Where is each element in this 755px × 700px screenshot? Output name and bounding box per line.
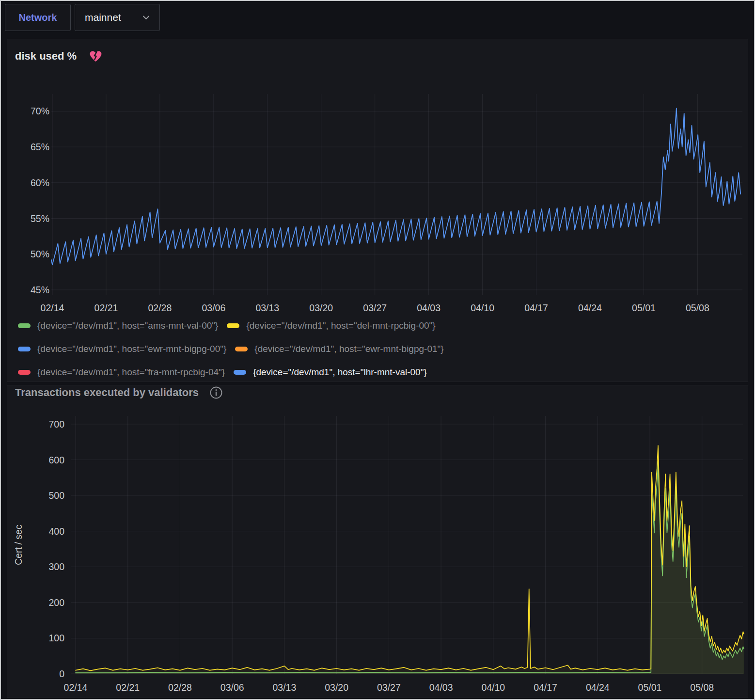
x-tick-label: 03/06 xyxy=(220,682,244,693)
x-tick-label: 03/13 xyxy=(255,302,279,313)
network-label: Network xyxy=(19,12,57,23)
legend-series-swatch xyxy=(235,347,248,351)
x-tick-label: 03/27 xyxy=(377,682,401,693)
legend-series-label: {device="/dev/md1", host="del-mnt-rpcbig… xyxy=(246,320,435,331)
legend-series-swatch xyxy=(18,323,31,328)
y-tick-label: 400 xyxy=(48,526,64,537)
y-tick-label: 0 xyxy=(59,668,64,679)
legend-item[interactable]: {device="/dev/md1", host="ams-mnt-val-00… xyxy=(18,320,218,331)
legend-series-swatch xyxy=(18,370,31,375)
x-tick-label: 03/27 xyxy=(363,302,387,313)
x-tick-label: 05/08 xyxy=(690,682,714,693)
legend-series-swatch xyxy=(234,370,246,375)
x-tick-label: 02/21 xyxy=(116,682,140,693)
series-area-fill xyxy=(76,461,744,674)
x-tick-label: 05/08 xyxy=(686,302,709,313)
x-tick-label: 04/10 xyxy=(471,302,494,313)
x-tick-label: 03/06 xyxy=(202,302,225,313)
network-variable-label[interactable]: Network xyxy=(5,4,71,31)
panel-disk-used: disk used % 45%50%55%60%65%70%02/1402/21… xyxy=(7,39,748,382)
broken-heart-icon xyxy=(89,50,102,63)
legend-series-label: {device="/dev/md1", host="lhr-mnt-val-00… xyxy=(253,367,427,378)
legend-series-label: {device="/dev/md1", host="ewr-mnt-bigpg-… xyxy=(37,344,226,354)
y-tick-label: 65% xyxy=(31,142,49,152)
legend-item[interactable]: {device="/dev/md1", host="del-mnt-rpcbig… xyxy=(227,320,435,331)
y-tick-label: 100 xyxy=(48,633,64,643)
y-tick-label: 60% xyxy=(31,177,49,188)
x-tick-label: 05/01 xyxy=(638,682,662,693)
x-tick-label: 02/21 xyxy=(94,302,118,313)
transactions-chart[interactable]: 010020030040050060070002/1402/2102/2803/… xyxy=(7,385,748,698)
series-line-yellow xyxy=(76,445,744,670)
legend-item[interactable]: {device="/dev/md1", host="ewr-mnt-bigpg-… xyxy=(18,344,226,354)
panel-transactions: Transactions executed by validators 0100… xyxy=(7,385,748,698)
y-tick-label: 700 xyxy=(48,419,64,430)
legend-series-swatch xyxy=(18,347,31,351)
legend-row: {device="/dev/md1", host="ams-mnt-val-00… xyxy=(18,320,444,331)
x-tick-label: 03/20 xyxy=(325,682,348,693)
x-tick-label: 04/10 xyxy=(481,682,505,693)
y-tick-label: 200 xyxy=(48,597,64,608)
y-tick-label: 55% xyxy=(31,213,49,224)
y-tick-label: 300 xyxy=(48,561,64,572)
y-tick-label: 50% xyxy=(31,249,49,259)
legend-series-swatch xyxy=(227,323,239,328)
x-tick-label: 02/28 xyxy=(148,302,172,313)
panel-disk-used-header[interactable]: disk used % xyxy=(15,50,102,63)
panel-title: disk used % xyxy=(15,50,77,63)
series-disk-used-line xyxy=(51,109,740,265)
x-tick-label: 04/17 xyxy=(534,682,557,693)
y-tick-label: 70% xyxy=(31,106,49,116)
x-tick-label: 04/03 xyxy=(417,302,440,313)
legend-item[interactable]: {device="/dev/md1", host="lhr-mnt-val-00… xyxy=(234,367,427,378)
legend-row: {device="/dev/md1", host="fra-mnt-rpcbig… xyxy=(18,367,444,378)
series-area-fill xyxy=(76,445,744,674)
chevron-down-icon xyxy=(142,15,150,20)
y-axis-label: Cert / sec xyxy=(13,525,24,565)
x-tick-label: 03/13 xyxy=(273,682,297,693)
x-tick-label: 04/24 xyxy=(578,302,602,313)
y-tick-label: 45% xyxy=(31,285,49,295)
y-tick-label: 500 xyxy=(48,490,64,501)
x-tick-label: 05/01 xyxy=(632,302,656,313)
legend-series-label: {device="/dev/md1", host="fra-mnt-rpcbig… xyxy=(37,367,225,378)
x-tick-label: 02/14 xyxy=(41,302,64,313)
x-tick-label: 02/14 xyxy=(64,682,88,693)
x-tick-label: 03/20 xyxy=(309,302,333,313)
network-value: mainnet xyxy=(85,12,121,23)
panel-title: Transactions executed by validators xyxy=(15,386,199,399)
legend-series-label: {device="/dev/md1", host="ewr-mnt-bigpg-… xyxy=(254,344,443,354)
disk-used-legend: {device="/dev/md1", host="ams-mnt-val-00… xyxy=(18,320,444,378)
network-variable-dropdown[interactable]: mainnet xyxy=(75,4,160,31)
legend-item[interactable]: {device="/dev/md1", host="fra-mnt-rpcbig… xyxy=(18,367,225,378)
series-line-green xyxy=(76,461,744,673)
x-tick-label: 04/24 xyxy=(586,682,610,693)
legend-item[interactable]: {device="/dev/md1", host="ewr-mnt-bigpg-… xyxy=(235,344,443,354)
info-circle-icon[interactable] xyxy=(209,386,223,399)
panel-transactions-header[interactable]: Transactions executed by validators xyxy=(15,386,223,399)
grafana-dashboard: Network mainnet disk used % 45%50%55%60%… xyxy=(0,0,755,700)
x-tick-label: 04/17 xyxy=(524,302,548,313)
x-tick-label: 04/03 xyxy=(429,682,453,693)
x-tick-label: 02/28 xyxy=(168,682,192,693)
legend-row: {device="/dev/md1", host="ewr-mnt-bigpg-… xyxy=(18,344,444,354)
legend-series-label: {device="/dev/md1", host="ams-mnt-val-00… xyxy=(37,320,218,331)
y-tick-label: 600 xyxy=(48,455,64,465)
